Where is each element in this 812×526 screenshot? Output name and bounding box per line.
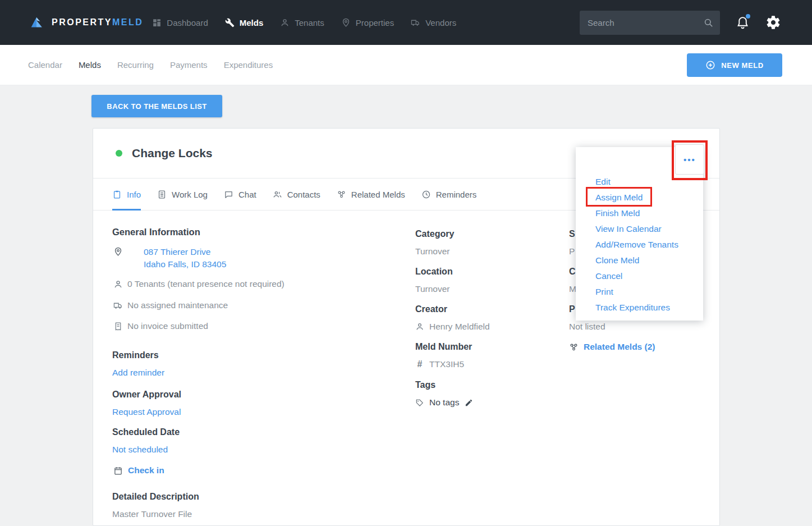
primary-nav: Dashboard Melds Tenants Properties Vendo… — [152, 18, 456, 28]
tab-info[interactable]: Info — [112, 179, 141, 210]
worklog-icon — [157, 190, 167, 199]
meld-number-row: # TTX3IH5 — [415, 359, 558, 369]
navbar-right — [580, 11, 781, 35]
reminders-heading: Reminders — [112, 350, 404, 360]
general-information-column: General Information 087 Thierer Drive Id… — [112, 227, 404, 519]
nav-item-dashboard[interactable]: Dashboard — [152, 18, 208, 28]
not-scheduled-link[interactable]: Not scheduled — [112, 445, 168, 455]
meld-detail-card: Change Locks Info Work Log Chat — [93, 128, 720, 526]
pin-icon — [113, 247, 123, 257]
side-fragment-3-value: Not listed — [569, 322, 709, 332]
wrench-icon — [225, 18, 235, 28]
property-address-row: 087 Thierer Drive Idaho Falls, ID 83405 — [112, 246, 404, 271]
subnav-tab-payments[interactable]: Payments — [170, 60, 208, 70]
detailed-description-text: Master Turnover File — [112, 509, 404, 519]
check-in-row: Check in — [112, 465, 404, 475]
related-melds-row: Related Melds (2) — [569, 342, 709, 352]
menu-item-print[interactable]: Print — [595, 284, 703, 300]
nav-label-melds: Melds — [240, 18, 264, 28]
notifications-bell-icon[interactable] — [736, 15, 750, 30]
tags-label: Tags — [415, 380, 558, 390]
clock-icon — [421, 190, 431, 199]
person-icon — [280, 18, 290, 28]
top-navbar: PROPERTYMELD Dashboard Melds Tenants Pro… — [0, 0, 812, 45]
menu-item-view-in-calendar[interactable]: View In Calendar — [595, 221, 703, 237]
subnav-tab-melds[interactable]: Melds — [79, 60, 101, 70]
back-to-melds-button[interactable]: BACK TO THE MELDS LIST — [91, 95, 222, 117]
brand-wordmark: PROPERTYMELD — [52, 17, 143, 28]
menu-item-edit[interactable]: Edit — [595, 174, 703, 190]
meld-title: Change Locks — [132, 147, 213, 160]
tab-contacts[interactable]: Contacts — [273, 179, 320, 210]
check-in-link[interactable]: Check in — [128, 465, 164, 475]
invoice-row: No invoice submitted — [112, 321, 404, 331]
propertymeld-logo-icon — [28, 14, 45, 31]
nav-label-vendors: Vendors — [425, 18, 456, 28]
location-value: Turnover — [415, 284, 558, 294]
nav-item-tenants[interactable]: Tenants — [280, 18, 324, 28]
new-meld-button[interactable]: NEW MELD — [687, 53, 782, 77]
nav-label-dashboard: Dashboard — [167, 18, 208, 28]
nav-label-properties: Properties — [356, 18, 394, 28]
search-input[interactable] — [580, 11, 720, 35]
clipboard-icon — [112, 190, 122, 199]
category-value: Turnover — [415, 246, 558, 257]
tab-related-melds-label: Related Melds — [351, 190, 405, 199]
subnav-tab-recurring[interactable]: Recurring — [117, 60, 154, 70]
creator-row: Henry Meldfield — [415, 322, 558, 332]
tenants-row: 0 Tenants (tenant presence not required) — [112, 279, 404, 289]
tab-work-log[interactable]: Work Log — [157, 179, 208, 210]
meld-status-dot — [116, 150, 122, 157]
tab-work-log-label: Work Log — [172, 190, 208, 199]
category-label: Category — [415, 229, 558, 239]
search-icon[interactable] — [703, 17, 714, 28]
property-address: 087 Thierer Drive Idaho Falls, ID 83405 — [144, 246, 226, 271]
notification-dot — [746, 14, 750, 19]
pin-icon — [341, 18, 351, 28]
assigned-maintenance-row: No assigned maintenance — [112, 300, 404, 310]
brand-logo[interactable]: PROPERTYMELD — [28, 14, 143, 31]
plus-circle-icon — [705, 60, 715, 70]
menu-item-add-remove-tenants[interactable]: Add/Remove Tenants — [595, 237, 703, 253]
address-line-2-link[interactable]: Idaho Falls, ID 83405 — [144, 258, 226, 271]
meld-actions-ellipsis-button[interactable]: ••• — [675, 144, 704, 175]
nav-item-melds[interactable]: Melds — [225, 18, 264, 28]
nav-item-properties[interactable]: Properties — [341, 18, 394, 28]
tab-info-label: Info — [127, 190, 141, 199]
menu-item-finish-meld[interactable]: Finish Meld — [595, 205, 703, 221]
edit-tags-pencil-icon[interactable] — [465, 399, 473, 407]
hash-icon: # — [415, 359, 424, 369]
address-line-1-link[interactable]: 087 Thierer Drive — [144, 246, 226, 258]
new-meld-label: NEW MELD — [721, 61, 764, 70]
main-content: BACK TO THE MELDS LIST Change Locks Info… — [0, 85, 812, 526]
tab-reminders[interactable]: Reminders — [421, 179, 477, 210]
menu-item-cancel[interactable]: Cancel — [595, 268, 703, 284]
meld-details-column: Category Turnover Location Turnover Crea… — [415, 229, 558, 408]
menu-item-track-expenditures[interactable]: Track Expenditures — [595, 300, 703, 315]
tags-row: No tags — [415, 397, 558, 408]
tab-related-melds[interactable]: Related Melds — [337, 179, 405, 210]
add-reminder-link[interactable]: Add reminder — [112, 368, 164, 378]
assigned-maintenance-text: No assigned maintenance — [127, 300, 228, 310]
tab-reminders-label: Reminders — [436, 190, 477, 199]
invoice-icon — [113, 322, 123, 331]
related-melds-link[interactable]: Related Melds (2) — [584, 342, 655, 352]
related-melds-icon — [569, 342, 579, 352]
nav-item-vendors[interactable]: Vendors — [411, 18, 456, 28]
person-icon — [415, 322, 424, 331]
menu-item-assign-meld[interactable]: Assign Meld — [595, 190, 703, 205]
creator-value: Henry Meldfield — [429, 322, 490, 332]
truck-icon — [411, 18, 420, 28]
truck-icon — [113, 301, 123, 310]
subnav-tab-expenditures[interactable]: Expenditures — [224, 60, 273, 70]
menu-item-clone-meld[interactable]: Clone Meld — [595, 253, 703, 268]
secondary-nav: Calendar Melds Recurring Payments Expend… — [0, 45, 812, 85]
settings-gear-icon[interactable] — [765, 15, 781, 30]
creator-label: Creator — [415, 304, 558, 314]
person-icon — [113, 280, 123, 289]
subnav-tab-calendar[interactable]: Calendar — [28, 60, 62, 70]
tags-value: No tags — [429, 397, 459, 408]
request-approval-link[interactable]: Request Approval — [112, 407, 181, 417]
calendar-icon — [113, 466, 123, 475]
tab-chat[interactable]: Chat — [224, 179, 256, 210]
